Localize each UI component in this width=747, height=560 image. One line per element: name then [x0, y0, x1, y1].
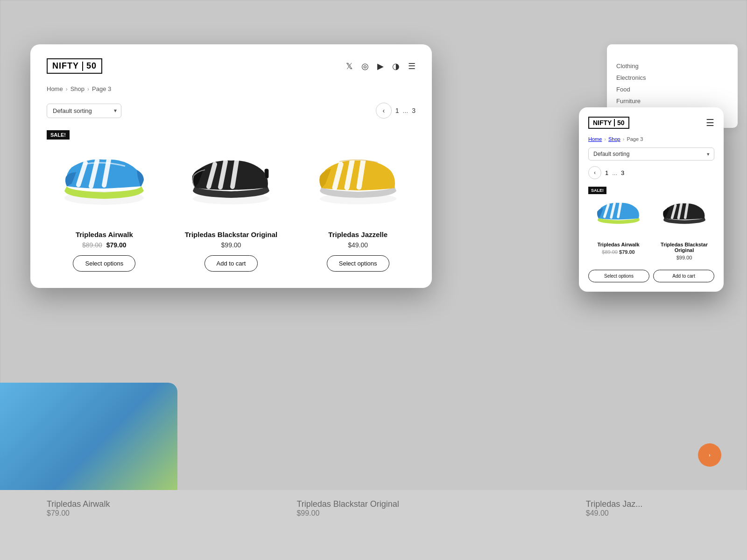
logo-divider-line: [82, 62, 83, 71]
mobile-pagination: ‹ 1 ... 3: [588, 166, 714, 179]
mobile-prev-page[interactable]: ‹: [588, 166, 601, 179]
price-blackstar: $99.00: [221, 241, 241, 249]
mobile-logo-divider: [614, 119, 615, 126]
breadcrumb-current: Page 3: [92, 85, 111, 92]
desktop-page-last[interactable]: 3: [412, 107, 416, 114]
mobile-sale-price: $79.00: [619, 249, 635, 255]
select-options-jazzelle[interactable]: Select options: [327, 255, 389, 272]
bg-price-3: $49.00: [586, 509, 642, 518]
orange-cta-button[interactable]: ›: [698, 443, 721, 467]
mobile-breadcrumb-home[interactable]: Home: [588, 136, 602, 142]
desktop-nav-icons: 𝕏 ◎ ▶ ◑ ☰: [346, 61, 416, 71]
category-food[interactable]: Food: [616, 84, 728, 95]
breadcrumb-shop[interactable]: Shop: [70, 85, 85, 92]
mobile-add-to-cart-btn[interactable]: Add to cart: [653, 270, 714, 282]
logo-nifty: NIFTY: [52, 61, 79, 71]
mobile-product-blackstar: Tripledas Blackstar Original $99.00: [654, 187, 714, 265]
mobile-products-grid: SALE! Tripledas Airwalk $89.00 $79.00: [588, 187, 714, 265]
twitter-icon[interactable]: 𝕏: [346, 61, 353, 71]
breadcrumb-sep-1: ›: [66, 86, 68, 92]
desktop-products-grid: SALE!: [47, 130, 416, 272]
desktop-breadcrumb: Home › Shop › Page 3: [47, 85, 416, 92]
tiktok-icon[interactable]: ◑: [392, 61, 400, 71]
original-price-airwalk: $89.00: [82, 241, 102, 249]
bg-price-2: $99.00: [296, 509, 399, 518]
category-furniture[interactable]: Furniture: [616, 95, 728, 107]
product-name-jazzelle: Tripledas Jazzelle: [300, 231, 416, 238]
desktop-pagination: ‹ 1 ... 3: [376, 103, 416, 119]
select-options-airwalk[interactable]: Select options: [73, 255, 135, 272]
desktop-page-dots: ...: [403, 107, 409, 114]
mobile-breadcrumb-current: Page 3: [627, 136, 643, 142]
product-name-blackstar: Tripledas Blackstar Original: [174, 231, 289, 238]
desktop-prev-page[interactable]: ‹: [376, 103, 392, 119]
mobile-page-dots: ...: [612, 169, 617, 176]
bg-bottom-bar: Tripledas Airwalk $79.00 Tripledas Black…: [0, 490, 747, 560]
product-price-blackstar: $99.00: [174, 241, 289, 249]
airwalk-shoe-svg: [57, 140, 151, 214]
mobile-breadcrumb-sep-1: ›: [604, 136, 606, 142]
mobile-page-1[interactable]: 1: [605, 169, 608, 176]
desktop-sort-select[interactable]: Default sorting Sort by price: low to hi…: [47, 104, 121, 118]
product-card-airwalk: SALE!: [47, 130, 162, 272]
mobile-product-price-blackstar: $99.00: [654, 255, 714, 260]
sale-price-airwalk: $79.00: [106, 241, 127, 249]
mobile-sort-select[interactable]: Default sorting Sort by price: low to hi…: [588, 147, 714, 161]
desktop-page-1[interactable]: 1: [395, 107, 399, 114]
bg-price-1: $79.00: [47, 509, 110, 518]
mobile-product-price-airwalk: $89.00 $79.00: [588, 249, 648, 255]
mobile-product-name-blackstar: Tripledas Blackstar Original: [654, 242, 714, 253]
youtube-icon[interactable]: ▶: [377, 61, 384, 71]
mobile-logo-fifty: 50: [617, 119, 625, 126]
product-image-jazzelle: [300, 130, 416, 224]
jazzelle-shoe-svg: [311, 140, 405, 214]
orange-button-icon: ›: [709, 453, 710, 458]
add-to-cart-blackstar[interactable]: Add to cart: [204, 255, 258, 272]
mobile-breadcrumb-sep-2: ›: [623, 136, 625, 142]
mobile-page-last[interactable]: 3: [621, 169, 624, 176]
instagram-icon[interactable]: ◎: [361, 61, 369, 71]
mobile-product-airwalk: SALE! Tripledas Airwalk $89.00 $79.00: [588, 187, 648, 265]
product-card-jazzelle: Tripledas Jazzelle $49.00 Select options: [300, 130, 416, 272]
bg-product-3: Tripledas Jaz...: [586, 499, 642, 509]
mobile-airwalk-svg: [593, 191, 644, 233]
mobile-blackstar-price: $99.00: [677, 255, 692, 260]
category-electronics[interactable]: Electronics: [616, 72, 728, 84]
mobile-sort-dropdown[interactable]: Default sorting Sort by price: low to hi…: [588, 147, 714, 161]
mobile-menu-icon[interactable]: ☰: [706, 117, 714, 128]
mobile-product-image-blackstar: [654, 187, 714, 238]
product-price-jazzelle: $49.00: [300, 241, 416, 249]
sale-badge-airwalk: SALE!: [47, 130, 70, 140]
mobile-breadcrumb-shop[interactable]: Shop: [608, 136, 620, 142]
mobile-logo-nifty: NIFTY: [593, 119, 612, 126]
mobile-product-name-airwalk: Tripledas Airwalk: [588, 242, 648, 247]
desktop-logo[interactable]: NIFTY 50: [47, 58, 102, 74]
menu-icon[interactable]: ☰: [408, 61, 416, 71]
mobile-breadcrumb: Home › Shop › Page 3: [588, 136, 714, 142]
desktop-sort-dropdown[interactable]: Default sorting Sort by price: low to hi…: [47, 104, 121, 118]
mobile-action-buttons: Select options Add to cart: [588, 270, 714, 282]
product-image-blackstar: [174, 130, 289, 224]
breadcrumb-sep-2: ›: [87, 86, 89, 92]
product-price-airwalk: $89.00 $79.00: [47, 241, 162, 249]
mobile-logo[interactable]: NIFTY 50: [588, 117, 629, 129]
desktop-controls-bar: Default sorting Sort by price: low to hi…: [47, 103, 416, 119]
desktop-modal: NIFTY 50 𝕏 ◎ ▶ ◑ ☰ Home › Shop › Page 3 …: [30, 44, 432, 288]
mobile-modal: NIFTY 50 ☰ Home › Shop › Page 3 Default …: [579, 107, 724, 292]
bg-product-2: Tripledas Blackstar Original: [296, 499, 399, 509]
bg-product-1: Tripledas Airwalk: [47, 499, 110, 509]
product-image-airwalk: [47, 130, 162, 224]
category-clothing[interactable]: Clothing: [616, 60, 728, 72]
price-jazzelle: $49.00: [348, 241, 368, 249]
mobile-original-price: $89.00: [602, 249, 618, 255]
mobile-blackstar-svg: [659, 191, 710, 233]
mobile-select-options-btn[interactable]: Select options: [588, 270, 649, 282]
mobile-product-image-airwalk: [588, 187, 648, 238]
breadcrumb-home[interactable]: Home: [47, 85, 63, 92]
mobile-sale-badge-airwalk: SALE!: [588, 187, 606, 194]
svg-rect-2: [265, 169, 268, 178]
logo-fifty: 50: [86, 61, 97, 71]
mobile-nav: NIFTY 50 ☰: [588, 117, 714, 129]
blackstar-shoe-svg: [184, 140, 278, 214]
desktop-nav-header: NIFTY 50 𝕏 ◎ ▶ ◑ ☰: [47, 58, 416, 74]
